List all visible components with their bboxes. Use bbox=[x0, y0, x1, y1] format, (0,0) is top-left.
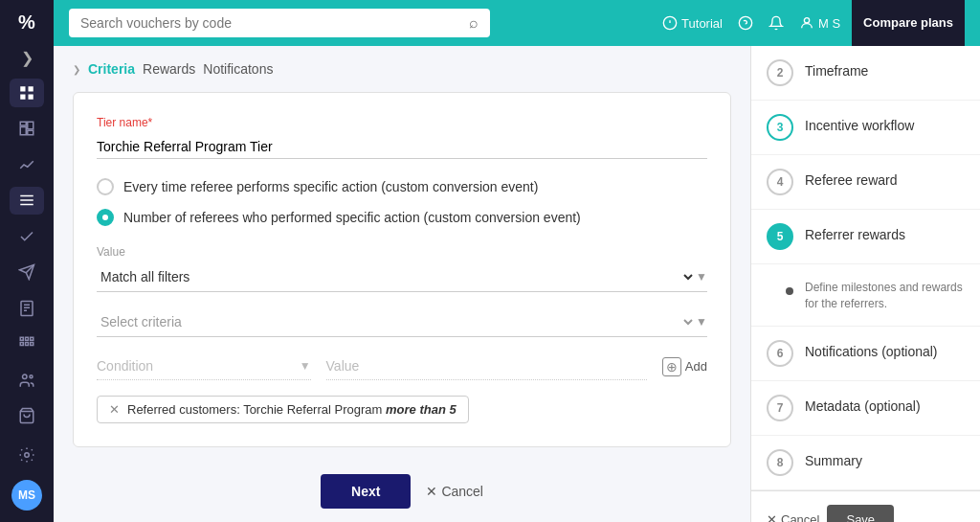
panel-save-button[interactable]: Save bbox=[827, 505, 894, 522]
step-8[interactable]: 8 Summary bbox=[751, 436, 980, 490]
condition-placeholder: Condition bbox=[97, 358, 153, 374]
step-5-sublabel: Define milestones and rewards for the re… bbox=[805, 280, 965, 312]
step-4[interactable]: 4 Referee reward bbox=[751, 155, 980, 210]
criteria-row[interactable]: Select criteria ▼ bbox=[97, 307, 707, 337]
sidebar-icon-chart[interactable] bbox=[10, 150, 44, 179]
sidebar-user-avatar[interactable]: MS bbox=[11, 480, 42, 511]
step-5-circle: 5 bbox=[767, 223, 793, 250]
form-panel: ❯ Criteria Rewards Notificatons Tier nam… bbox=[54, 46, 750, 522]
right-panel: 2 Timeframe 3 Incentive workflow 4 Refer… bbox=[750, 46, 980, 522]
step-3[interactable]: 3 Incentive workflow bbox=[751, 101, 980, 155]
tag-container: ✕ Referred customers: Torchie Referral P… bbox=[97, 396, 707, 423]
svg-rect-3 bbox=[29, 94, 33, 99]
criteria-select[interactable]: Select criteria bbox=[97, 313, 696, 330]
step-7-label: Metadata (optional) bbox=[805, 395, 921, 414]
step-6[interactable]: 6 Notifications (optional) bbox=[751, 327, 980, 381]
value-field-group: Value Match all filters ▼ bbox=[97, 245, 707, 292]
radio-group: Every time referee performs specific act… bbox=[97, 178, 707, 226]
sidebar-icon-grid2[interactable] bbox=[10, 330, 44, 359]
tag-suffix: more than 5 bbox=[386, 402, 457, 417]
step-4-label: Referee reward bbox=[805, 169, 898, 188]
svg-rect-0 bbox=[20, 86, 25, 91]
step-7[interactable]: 7 Metadata (optional) bbox=[751, 381, 980, 436]
sidebar-icon-users[interactable] bbox=[10, 366, 44, 395]
next-button[interactable]: Next bbox=[321, 474, 411, 509]
sidebar-collapse-toggle[interactable]: ❯ bbox=[17, 45, 37, 71]
svg-rect-5 bbox=[28, 123, 33, 130]
step-5-dot bbox=[786, 287, 793, 295]
step-5[interactable]: 5 Referrer rewards bbox=[751, 210, 980, 264]
breadcrumb-item-rewards[interactable]: Rewards bbox=[143, 61, 195, 77]
add-label: Add bbox=[685, 359, 707, 374]
breadcrumb-item-notifications[interactable]: Notificatons bbox=[203, 61, 273, 77]
condition-arrow: ▼ bbox=[300, 359, 311, 373]
value-placeholder: Value bbox=[326, 358, 360, 374]
panel-cancel-x: ✕ bbox=[767, 512, 777, 522]
sidebar-icon-dashboard[interactable] bbox=[10, 115, 44, 144]
svg-point-26 bbox=[25, 453, 30, 458]
svg-point-30 bbox=[739, 16, 751, 29]
content-area: ❯ Criteria Rewards Notificatons Tier nam… bbox=[54, 46, 980, 522]
sidebar-icon-receipt[interactable] bbox=[10, 294, 44, 323]
step-2-circle: 2 bbox=[767, 59, 793, 86]
add-button[interactable]: ⊕ Add bbox=[662, 357, 707, 376]
breadcrumb: ❯ Criteria Rewards Notificatons bbox=[73, 61, 731, 77]
panel-cancel-label: Cancel bbox=[781, 512, 819, 522]
svg-rect-18 bbox=[26, 338, 29, 341]
sidebar-icon-bag[interactable] bbox=[10, 402, 44, 431]
svg-rect-2 bbox=[20, 94, 25, 99]
value-select-row[interactable]: Match all filters ▼ bbox=[97, 262, 707, 292]
criteria-tag: ✕ Referred customers: Torchie Referral P… bbox=[97, 396, 469, 423]
user-menu[interactable]: M S bbox=[799, 15, 840, 31]
form-card: Tier name* Every time referee performs s… bbox=[73, 92, 731, 447]
tutorial-button[interactable]: Tutorial bbox=[662, 15, 723, 31]
sidebar-icon-grid[interactable] bbox=[10, 79, 44, 107]
topbar: ⌕ Tutorial M S Compare plans bbox=[54, 0, 980, 46]
breadcrumb-active-item[interactable]: Criteria bbox=[88, 61, 135, 77]
condition-col: Condition ▼ bbox=[97, 352, 311, 380]
sidebar-logo: % bbox=[18, 11, 35, 34]
svg-rect-20 bbox=[20, 343, 23, 346]
panel-actions: ✕ Cancel Save bbox=[751, 490, 980, 522]
breadcrumb-chevron: ❯ bbox=[73, 64, 80, 75]
form-actions: Next ✕ Cancel bbox=[73, 463, 731, 520]
main-area: ⌕ Tutorial M S Compare plans ❯ bbox=[54, 0, 980, 522]
value-col: Value bbox=[326, 352, 647, 380]
step-4-circle: 4 bbox=[767, 169, 793, 195]
cancel-button[interactable]: ✕ Cancel bbox=[426, 484, 483, 499]
plus-icon: ⊕ bbox=[662, 357, 681, 376]
notifications-button[interactable] bbox=[768, 15, 784, 31]
tag-text: Referred customers: Torchie Referral Pro… bbox=[127, 402, 457, 417]
search-icon: ⌕ bbox=[469, 14, 479, 32]
radio-circle-1 bbox=[97, 178, 114, 195]
svg-rect-21 bbox=[26, 343, 29, 346]
sidebar-icon-send[interactable] bbox=[10, 259, 44, 287]
panel-cancel-button[interactable]: ✕ Cancel bbox=[767, 512, 819, 522]
radio-option-2[interactable]: Number of referees who performed specifi… bbox=[97, 209, 707, 226]
cancel-label: Cancel bbox=[441, 484, 483, 499]
tag-close-button[interactable]: ✕ bbox=[109, 402, 120, 417]
compare-plans-button[interactable]: Compare plans bbox=[852, 0, 965, 46]
sidebar-icon-check[interactable] bbox=[10, 222, 44, 251]
sidebar-icon-settings[interactable] bbox=[10, 438, 44, 472]
svg-point-32 bbox=[804, 18, 809, 23]
svg-rect-7 bbox=[28, 131, 33, 136]
help-button[interactable] bbox=[738, 15, 753, 31]
radio-option-1[interactable]: Every time referee performs specific act… bbox=[97, 178, 707, 195]
step-6-label: Notifications (optional) bbox=[805, 340, 938, 359]
svg-point-24 bbox=[30, 375, 33, 378]
tutorial-label: Tutorial bbox=[681, 16, 723, 31]
svg-rect-19 bbox=[31, 338, 33, 341]
sidebar: % ❯ MS bbox=[0, 0, 54, 522]
search-input[interactable] bbox=[80, 15, 461, 31]
step-2[interactable]: 2 Timeframe bbox=[751, 46, 980, 101]
value-label: Value bbox=[97, 245, 707, 259]
sidebar-icon-list-active[interactable] bbox=[10, 187, 44, 216]
step-5-sub: Define milestones and rewards for the re… bbox=[751, 264, 980, 327]
step-7-circle: 7 bbox=[767, 395, 793, 421]
search-box[interactable]: ⌕ bbox=[69, 9, 490, 37]
value-select[interactable]: Match all filters bbox=[97, 268, 696, 285]
condition-value-row: Condition ▼ Value ⊕ Add bbox=[97, 352, 707, 380]
step-3-circle: 3 bbox=[767, 114, 793, 141]
tier-name-input[interactable] bbox=[97, 135, 707, 159]
